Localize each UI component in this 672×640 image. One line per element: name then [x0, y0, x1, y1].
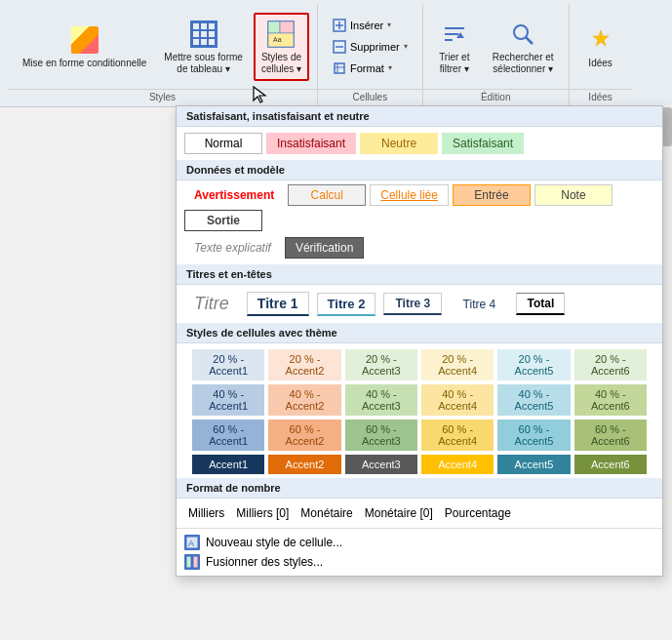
cell-styles-button[interactable]: Aa Styles decellules ▾ — [254, 13, 309, 81]
monetaire0-style[interactable]: Monétaire [0] — [361, 504, 437, 522]
accent5-20[interactable]: 20 % - Accent5 — [497, 349, 570, 380]
accent-20-row: 20 % - Accent1 20 % - Accent2 20 % - Acc… — [184, 347, 654, 382]
accent6-60[interactable]: 60 % - Accent6 — [574, 420, 647, 451]
svg-rect-21 — [193, 556, 198, 568]
sort-filter-icon — [439, 19, 470, 50]
accent3-60[interactable]: 60 % - Accent3 — [345, 420, 417, 451]
svg-rect-2 — [280, 21, 294, 33]
accent2-40[interactable]: 40 % - Accent2 — [268, 384, 340, 416]
accent3-solid[interactable]: Accent3 — [345, 455, 417, 474]
titres-section-title: Titres et en-têtes — [177, 264, 662, 285]
scrollbar-thumb[interactable] — [662, 107, 672, 146]
fusionner-styles-link[interactable]: Fusionner des styles... — [184, 554, 654, 570]
table-format-icon — [188, 19, 219, 50]
accent4-60[interactable]: 60 % - Accent4 — [421, 420, 494, 451]
nouveau-style-link[interactable]: A Nouveau style de cellule... — [184, 535, 654, 550]
cellule-liee-style[interactable]: Cellule liée — [370, 184, 449, 206]
verification-style[interactable]: Vérification — [285, 237, 364, 259]
satisfaisant-section-title: Satisfaisant, insatisfaisant et neutre — [177, 106, 662, 127]
ribbon-group-idees: Idées Idées — [570, 4, 632, 106]
accent6-solid[interactable]: Accent6 — [574, 455, 647, 474]
insatisfaisant-style[interactable]: Insatisfaisant — [266, 133, 356, 154]
accent2-solid[interactable]: Accent2 — [268, 455, 340, 474]
conditional-format-label: Mise en forme conditionnelle — [22, 58, 146, 69]
milliers-style[interactable]: Milliers — [184, 504, 228, 522]
sortie-style[interactable]: Sortie — [184, 210, 262, 231]
accent3-40[interactable]: 40 % - Accent3 — [345, 384, 417, 416]
cell-styles-dropdown: Satisfaisant, insatisfaisant et neutre N… — [176, 105, 663, 577]
accent6-40[interactable]: 40 % - Accent6 — [574, 384, 647, 416]
donnees-section-title: Données et modèle — [177, 160, 662, 180]
accent-40-row: 40 % - Accent1 40 % - Accent2 40 % - Acc… — [184, 382, 654, 418]
neutre-style[interactable]: Neutre — [360, 133, 438, 154]
svg-rect-20 — [186, 556, 191, 568]
accent3-20[interactable]: 20 % - Accent3 — [345, 349, 417, 380]
svg-rect-10 — [335, 63, 344, 73]
find-select-icon — [507, 19, 538, 50]
accent5-solid[interactable]: Accent5 — [497, 455, 570, 474]
pourcentage-style[interactable]: Pourcentage — [441, 504, 515, 522]
accent1-40[interactable]: 40 % - Accent1 — [192, 384, 264, 416]
calcul-style[interactable]: Calcul — [288, 184, 366, 206]
normal-style[interactable]: Normal — [184, 133, 262, 154]
accent2-60[interactable]: 60 % - Accent2 — [268, 420, 340, 451]
titres-style-row: Titre Titre 1 Titre 2 Titre 3 Titre 4 To… — [177, 285, 662, 323]
svg-line-17 — [526, 37, 533, 44]
total-style[interactable]: Total — [516, 293, 565, 315]
find-select-button[interactable]: Rechercher etsélectionner ▾ — [486, 14, 561, 80]
idees-group-label: Idées — [570, 89, 632, 106]
idees-button[interactable]: Idées — [577, 20, 624, 74]
ribbon-group-edition: Trier etfiltrer ▾ Rechercher etsélection… — [423, 4, 570, 106]
titre-style[interactable]: Titre — [184, 291, 239, 317]
accent4-20[interactable]: 20 % - Accent4 — [421, 349, 494, 380]
accent4-solid[interactable]: Accent4 — [421, 455, 494, 474]
accent4-40[interactable]: 40 % - Accent4 — [421, 384, 494, 416]
insert-button[interactable]: Insérer▾ — [326, 16, 398, 35]
ribbon-toolbar: Mise en forme conditionnelle Mettre sous… — [0, 0, 672, 107]
accent-solid-row: Accent1 Accent2 Accent3 Accent4 Accent5 … — [184, 453, 654, 476]
cell-styles-label: Styles decellules ▾ — [261, 52, 301, 75]
entree-style[interactable]: Entrée — [453, 184, 531, 206]
format-nombre-section-title: Format de nombre — [177, 478, 662, 499]
titre4-style[interactable]: Titre 4 — [450, 295, 508, 314]
titre1-style[interactable]: Titre 1 — [247, 292, 309, 316]
svg-rect-1 — [268, 21, 280, 33]
delete-button[interactable]: Supprimer▾ — [326, 37, 415, 57]
format-nombre-row: Milliers Milliers [0] Monétaire Monétair… — [177, 499, 662, 528]
cells-group-label: Cellules — [318, 89, 422, 106]
ribbon-group-styles: Mise en forme conditionnelle Mettre sous… — [8, 4, 318, 106]
conditional-format-button[interactable]: Mise en forme conditionnelle — [16, 20, 153, 74]
donnees-style-row: Avertissement Calcul Cellule liée Entrée… — [177, 180, 662, 235]
theme-section-title: Styles de cellules avec thème — [177, 323, 662, 343]
avertissement-style[interactable]: Avertissement — [184, 184, 284, 206]
styles-group-label: Styles — [8, 89, 317, 106]
cell-styles-icon: Aa — [265, 19, 296, 50]
find-select-label: Rechercher etsélectionner ▾ — [493, 52, 554, 75]
svg-point-16 — [514, 25, 528, 39]
accent1-solid[interactable]: Accent1 — [192, 455, 264, 474]
nouveau-style-icon: A — [184, 535, 200, 550]
conditional-format-icon — [69, 24, 100, 56]
titre3-style[interactable]: Titre 3 — [383, 293, 442, 315]
accent6-20[interactable]: 20 % - Accent6 — [574, 349, 647, 380]
monetaire-style[interactable]: Monétaire — [296, 504, 356, 522]
table-format-label: Mettre sous formede tableau ▾ — [164, 52, 243, 75]
edition-group-label: Édition — [423, 89, 569, 106]
svg-text:A: A — [188, 539, 194, 548]
sort-filter-button[interactable]: Trier etfiltrer ▾ — [431, 14, 478, 80]
accent1-20[interactable]: 20 % - Accent1 — [192, 349, 264, 380]
theme-rows: 20 % - Accent1 20 % - Accent2 20 % - Acc… — [177, 343, 662, 478]
note-style[interactable]: Note — [534, 184, 613, 206]
accent1-60[interactable]: 60 % - Accent1 — [192, 420, 264, 451]
titre2-style[interactable]: Titre 2 — [317, 293, 376, 316]
accent5-40[interactable]: 40 % - Accent5 — [497, 384, 570, 416]
donnees-row2: Texte explicatif Vérification — [177, 235, 662, 264]
table-format-button[interactable]: Mettre sous formede tableau ▾ — [157, 14, 250, 80]
texte-explicatif-style[interactable]: Texte explicatif — [184, 237, 281, 259]
format-button[interactable]: Format▾ — [326, 59, 399, 78]
satisfaisant-style[interactable]: Satisfaisant — [442, 133, 524, 154]
bottom-links-section: A Nouveau style de cellule... Fusionner … — [177, 528, 662, 576]
accent2-20[interactable]: 20 % - Accent2 — [268, 349, 340, 380]
milliers0-style[interactable]: Milliers [0] — [232, 504, 293, 522]
accent5-60[interactable]: 60 % - Accent5 — [497, 420, 570, 451]
